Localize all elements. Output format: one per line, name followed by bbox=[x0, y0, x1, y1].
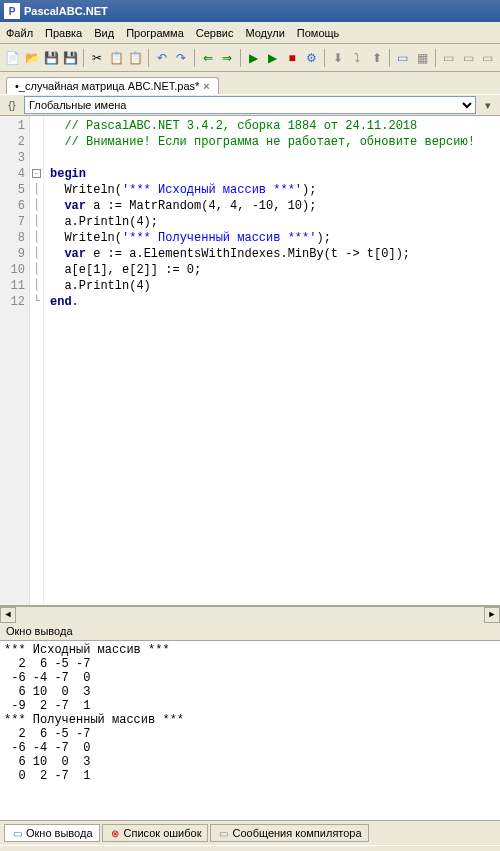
menu-program[interactable]: Программа bbox=[126, 27, 184, 39]
nav-fwd-icon[interactable]: ⇒ bbox=[219, 49, 236, 67]
output-panel[interactable]: *** Исходный массив *** 2 6 -5 -7 -6 -4 … bbox=[0, 641, 500, 821]
tab-label: •_случайная матрица ABC.NET.pas* bbox=[15, 80, 199, 92]
tool1-icon[interactable]: ▭ bbox=[440, 49, 457, 67]
line-gutter: 123456789101112 bbox=[0, 116, 30, 605]
scroll-left-icon[interactable]: ◄ bbox=[0, 607, 16, 623]
tab-errors[interactable]: ⊗ Список ошибок bbox=[102, 824, 209, 842]
code-editor[interactable]: 123456789101112 - │││││││└ // PascalABC.… bbox=[0, 116, 500, 606]
compiler-tab-icon: ▭ bbox=[217, 827, 229, 839]
tool2-icon[interactable]: ▭ bbox=[459, 49, 476, 67]
horizontal-scrollbar[interactable]: ◄ ► bbox=[0, 606, 500, 622]
status-bar: Компиляция прошла успешно (9 строк) bbox=[0, 845, 500, 851]
cut-icon[interactable]: ✂ bbox=[88, 49, 105, 67]
output-panel-title: Окно вывода bbox=[0, 622, 500, 641]
toolbar: 📄 📂 💾 💾 ✂ 📋 📋 ↶ ↷ ⇐ ⇒ ▶ ▶ ■ ⚙ ⬇ ⤵ ⬆ ▭ ▦ … bbox=[0, 44, 500, 72]
stop-icon[interactable]: ■ bbox=[284, 49, 301, 67]
new-file-icon[interactable]: 📄 bbox=[4, 49, 21, 67]
run-debug-icon[interactable]: ▶ bbox=[264, 49, 281, 67]
save-all-icon[interactable]: 💾 bbox=[62, 49, 79, 67]
scope-dropdown-icon[interactable]: ▾ bbox=[480, 97, 496, 113]
compile-icon[interactable]: ⚙ bbox=[303, 49, 320, 67]
file-tab[interactable]: •_случайная матрица ABC.NET.pas* × bbox=[6, 77, 219, 94]
menu-view[interactable]: Вид bbox=[94, 27, 114, 39]
scroll-right-icon[interactable]: ► bbox=[484, 607, 500, 623]
nav-back-icon[interactable]: ⇐ bbox=[199, 49, 216, 67]
step-over-icon[interactable]: ⤵ bbox=[349, 49, 366, 67]
copy-icon[interactable]: 📋 bbox=[108, 49, 125, 67]
window-title: PascalABC.NET bbox=[24, 5, 108, 17]
redo-icon[interactable]: ↷ bbox=[173, 49, 190, 67]
title-bar: P PascalABC.NET bbox=[0, 0, 500, 22]
bottom-tab-strip: ▭ Окно вывода ⊗ Список ошибок ▭ Сообщени… bbox=[0, 821, 500, 845]
scope-select[interactable]: Глобальные имена bbox=[24, 96, 476, 114]
tab-output[interactable]: ▭ Окно вывода bbox=[4, 824, 100, 842]
step-out-icon[interactable]: ⬆ bbox=[368, 49, 385, 67]
scope-bar: {} Глобальные имена ▾ bbox=[0, 94, 500, 116]
form-icon[interactable]: ▭ bbox=[394, 49, 411, 67]
fold-gutter: - │││││││└ bbox=[30, 116, 44, 605]
undo-icon[interactable]: ↶ bbox=[153, 49, 170, 67]
output-tab-icon: ▭ bbox=[11, 827, 23, 839]
open-file-icon[interactable]: 📂 bbox=[23, 49, 40, 67]
menu-help[interactable]: Помощь bbox=[297, 27, 340, 39]
tab-strip: •_случайная матрица ABC.NET.pas* × bbox=[0, 72, 500, 94]
menu-service[interactable]: Сервис bbox=[196, 27, 234, 39]
save-icon[interactable]: 💾 bbox=[43, 49, 60, 67]
run-icon[interactable]: ▶ bbox=[245, 49, 262, 67]
tool3-icon[interactable]: ▭ bbox=[479, 49, 496, 67]
close-tab-icon[interactable]: × bbox=[203, 80, 209, 92]
tab-compiler[interactable]: ▭ Сообщения компилятора bbox=[210, 824, 368, 842]
layout-icon[interactable]: ▦ bbox=[414, 49, 431, 67]
errors-tab-icon: ⊗ bbox=[109, 827, 121, 839]
scope-braces-icon: {} bbox=[4, 97, 20, 113]
code-area[interactable]: // PascalABC.NET 3.4.2, сборка 1884 от 2… bbox=[44, 116, 500, 605]
menu-modules[interactable]: Модули bbox=[245, 27, 284, 39]
menu-bar: Файл Правка Вид Программа Сервис Модули … bbox=[0, 22, 500, 44]
step-into-icon[interactable]: ⬇ bbox=[329, 49, 346, 67]
app-icon: P bbox=[4, 3, 20, 19]
paste-icon[interactable]: 📋 bbox=[127, 49, 144, 67]
menu-file[interactable]: Файл bbox=[6, 27, 33, 39]
menu-edit[interactable]: Правка bbox=[45, 27, 82, 39]
fold-toggle-icon[interactable]: - bbox=[32, 169, 41, 178]
